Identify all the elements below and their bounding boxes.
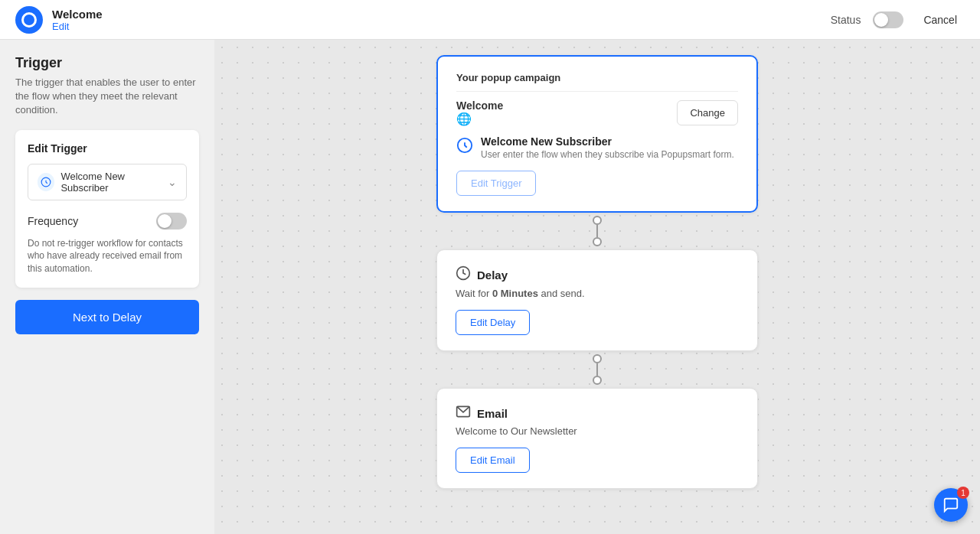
- edit-trigger-card: Edit Trigger Welcome New Subscriber ⌄ Fr…: [15, 130, 199, 288]
- delay-desc-suffix: and send.: [538, 288, 585, 299]
- edit-email-button[interactable]: Edit Email: [456, 448, 530, 473]
- chat-bubble[interactable]: 1: [934, 488, 968, 522]
- email-icon: [456, 404, 471, 422]
- connector-1: [436, 213, 758, 249]
- trigger-info-row: Welcome New Subscriber User enter the fl…: [456, 135, 738, 160]
- email-flow-card: Email Welcome to Our Newsletter Edit Ema…: [436, 388, 758, 489]
- frequency-toggle[interactable]: [156, 213, 187, 230]
- page-title: Welcome: [52, 8, 103, 21]
- app-logo: [15, 6, 43, 34]
- trigger-name: Welcome New Subscriber: [481, 135, 734, 148]
- edit-link[interactable]: Edit: [52, 21, 103, 32]
- status-toggle[interactable]: [873, 11, 903, 28]
- main-layout: Trigger The trigger that enables the use…: [0, 40, 980, 534]
- frequency-row: Frequency: [28, 213, 187, 230]
- trigger-select-dropdown[interactable]: Welcome New Subscriber ⌄: [28, 164, 187, 200]
- connector-dot-top-2: [593, 354, 602, 363]
- status-label: Status: [831, 14, 861, 26]
- email-header-row: Email: [456, 404, 739, 422]
- delay-header-row: Delay: [456, 265, 739, 285]
- logo-inner: [21, 12, 37, 28]
- chat-icon: [942, 497, 959, 513]
- trigger-subtitle: User enter the flow when they subscribe …: [481, 149, 734, 160]
- chat-badge: 1: [957, 487, 969, 499]
- trigger-badge-icon: [456, 137, 473, 158]
- frequency-label: Frequency: [28, 215, 78, 227]
- delay-desc-prefix: Wait for: [456, 288, 492, 299]
- freq-toggle-thumb: [158, 214, 172, 228]
- chevron-down-icon: ⌄: [168, 176, 177, 188]
- change-button[interactable]: Change: [677, 100, 738, 125]
- trigger-select-value: Welcome New Subscriber: [60, 171, 168, 194]
- trigger-select-icon: [38, 173, 54, 191]
- header-left: Welcome Edit: [15, 6, 103, 34]
- app-header: Welcome Edit Status Cancel: [0, 0, 980, 40]
- toggle-thumb: [874, 13, 888, 27]
- delay-value: 0 Minutes: [492, 288, 538, 299]
- trigger-flow-card: Your popup campaign Welcome 🌐 Change Wel…: [436, 55, 758, 213]
- trigger-description: The trigger that enables the user to ent…: [15, 76, 199, 118]
- frequency-description: Do not re-trigger workflow for contacts …: [28, 237, 187, 275]
- globe-icon: 🌐: [456, 112, 472, 125]
- connector-line-2: [596, 363, 598, 376]
- header-title-group: Welcome Edit: [52, 8, 103, 32]
- campaign-label: Your popup campaign: [456, 72, 738, 92]
- edit-trigger-button[interactable]: Edit Trigger: [456, 171, 536, 196]
- connector-dot-bottom-1: [593, 237, 602, 246]
- trigger-info: Welcome New Subscriber User enter the fl…: [481, 135, 734, 160]
- left-panel: Trigger The trigger that enables the use…: [0, 40, 214, 534]
- clock-icon: [456, 265, 471, 285]
- header-right: Status Cancel: [831, 9, 965, 31]
- email-subtitle: Welcome to Our Newsletter: [456, 425, 739, 437]
- campaign-name: Welcome: [456, 99, 503, 112]
- trigger-select-left: Welcome New Subscriber: [38, 171, 168, 194]
- delay-description: Wait for 0 Minutes and send.: [456, 288, 739, 299]
- edit-delay-button[interactable]: Edit Delay: [456, 310, 530, 335]
- flow-canvas: Your popup campaign Welcome 🌐 Change Wel…: [214, 40, 980, 534]
- email-title: Email: [477, 407, 508, 420]
- campaign-row: Welcome 🌐 Change: [456, 99, 738, 126]
- trigger-heading: Trigger: [15, 55, 199, 71]
- delay-flow-card: Delay Wait for 0 Minutes and send. Edit …: [436, 249, 758, 351]
- next-to-delay-button[interactable]: Next to Delay: [15, 300, 199, 334]
- connector-dot-bottom-2: [593, 376, 602, 385]
- cancel-button[interactable]: Cancel: [916, 9, 965, 31]
- edit-trigger-title: Edit Trigger: [28, 142, 187, 155]
- connector-2: [436, 351, 758, 388]
- connector-dot-top-1: [593, 216, 602, 225]
- delay-title: Delay: [477, 269, 508, 282]
- connector-line-1: [596, 225, 598, 237]
- campaign-info: Welcome 🌐: [456, 99, 503, 126]
